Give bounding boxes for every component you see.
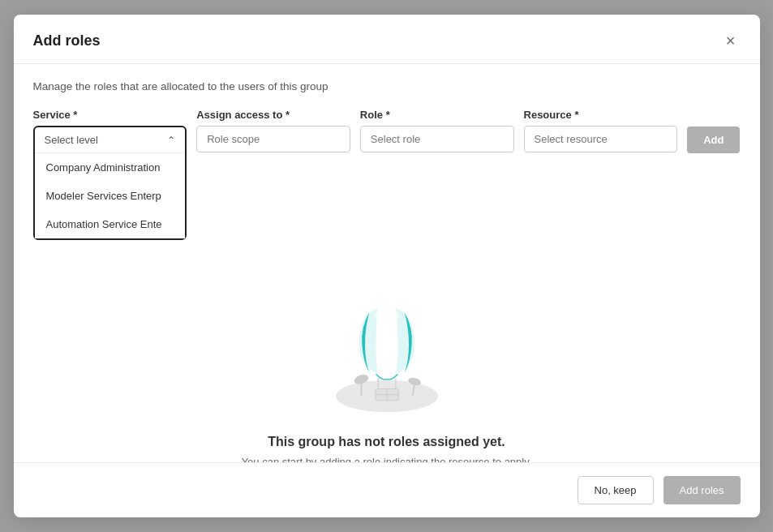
role-input[interactable]: [360, 126, 514, 152]
modal-header: Add roles ×: [14, 15, 760, 64]
dropdown-item-modeler[interactable]: Modeler Services Enterp: [35, 182, 186, 210]
resource-field-group: Resource *: [524, 109, 678, 152]
empty-state: This group has not roles assigned yet. Y…: [33, 260, 741, 462]
role-label: Role *: [360, 109, 514, 121]
empty-subtitle: You can start by adding a role indicatin…: [242, 456, 532, 462]
service-label: Service *: [33, 109, 187, 121]
role-field-group: Role *: [360, 109, 514, 152]
modal-dialog: Add roles × Manage the roles that are al…: [14, 15, 760, 517]
close-button[interactable]: ×: [721, 31, 741, 50]
empty-title: This group has not roles assigned yet.: [268, 435, 505, 449]
assign-label: Assign access to *: [196, 109, 350, 121]
assign-input[interactable]: [196, 126, 350, 152]
modal-body: Manage the roles that are allocated to t…: [14, 64, 760, 462]
chevron-up-icon: ⌃: [167, 135, 175, 146]
svg-point-6: [373, 309, 399, 324]
fields-row: Service * Select level ⌃ Company Adminis…: [33, 109, 741, 240]
modal-overlay: Add roles × Manage the roles that are al…: [0, 0, 773, 532]
assign-field-group: Assign access to *: [196, 109, 350, 152]
cancel-button[interactable]: No, keep: [578, 476, 654, 504]
dropdown-item-automation[interactable]: Automation Service Ente: [35, 210, 186, 238]
resource-input[interactable]: [524, 126, 678, 152]
modal-title: Add roles: [33, 32, 101, 49]
resource-label: Resource *: [524, 109, 678, 121]
balloon-illustration: [314, 276, 460, 422]
modal-subtitle: Manage the roles that are allocated to t…: [33, 80, 741, 92]
confirm-button[interactable]: Add roles: [663, 476, 741, 504]
modal-footer: No, keep Add roles: [14, 462, 760, 517]
service-placeholder: Select level: [45, 134, 98, 146]
service-field-group: Service * Select level ⌃ Company Adminis…: [33, 109, 187, 240]
add-button[interactable]: Add: [687, 127, 740, 153]
service-dropdown-wrapper: Select level ⌃ Company Administration Mo…: [33, 126, 187, 240]
service-dropdown-menu: Company Administration Modeler Services …: [35, 152, 186, 238]
dropdown-item-company[interactable]: Company Administration: [35, 153, 186, 182]
service-select-trigger[interactable]: Select level ⌃: [35, 127, 186, 152]
